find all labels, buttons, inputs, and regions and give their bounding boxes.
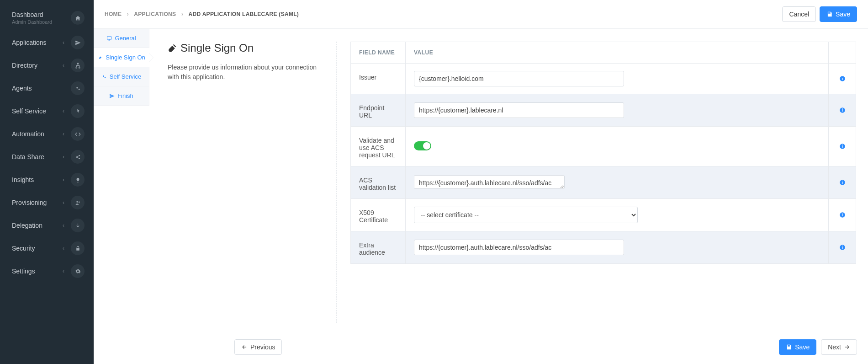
plug-icon	[168, 43, 177, 53]
config-table: FIELD NAME VALUE Issuer i	[350, 42, 856, 264]
chevron-right-icon: ›	[181, 11, 183, 17]
save-button[interactable]: Save	[820, 6, 857, 22]
sidebar-item-automation[interactable]: Automation ‹	[0, 123, 94, 145]
code-icon	[71, 127, 85, 141]
textarea-acs[interactable]: https://{customer}.auth.lablecare.nl/sso…	[414, 175, 565, 189]
main: HOME › APPLICATIONS › ADD APPLICATION LA…	[94, 0, 868, 364]
sidebar-item-insights[interactable]: Insights ‹	[0, 168, 94, 191]
gear-icon	[71, 264, 85, 278]
plug-icon	[97, 55, 103, 60]
cancel-button[interactable]: Cancel	[782, 6, 816, 22]
sidebar-item-delegation[interactable]: Delegation ‹	[0, 214, 94, 237]
input-endpoint[interactable]	[414, 102, 624, 118]
info-icon[interactable]: i	[839, 179, 846, 186]
label-endpoint: Endpoint URL	[351, 94, 406, 127]
step-finish[interactable]: Finish	[94, 86, 149, 106]
label-acs: ACS validation list	[351, 166, 406, 199]
sidebar-item-settings[interactable]: Settings ‹	[0, 260, 94, 283]
arrow-right-icon	[844, 344, 850, 350]
step-selfservice[interactable]: Self Service	[94, 67, 149, 86]
panel-right: FIELD NAME VALUE Issuer i	[350, 42, 856, 323]
svg-point-6	[78, 201, 79, 203]
th-info	[829, 42, 856, 64]
crumb-home[interactable]: HOME	[105, 11, 122, 17]
arrow-left-icon	[241, 344, 248, 350]
svg-point-1	[78, 88, 79, 90]
svg-text:i: i	[842, 181, 842, 185]
svg-point-0	[76, 87, 78, 88]
page-title: Single Sign On	[168, 42, 323, 54]
svg-text:i: i	[842, 77, 842, 81]
row-issuer: Issuer i	[351, 64, 856, 94]
users-icon	[71, 196, 85, 209]
sidebar: Dashboard Admin Dashboard Applications ‹…	[0, 0, 94, 364]
info-icon[interactable]: i	[839, 211, 846, 219]
select-x509[interactable]: -- select certificate --	[414, 207, 638, 223]
chevron-left-icon: ‹	[63, 39, 64, 46]
svg-rect-7	[107, 37, 111, 39]
cogs-icon	[71, 81, 85, 95]
info-icon[interactable]: i	[839, 143, 846, 150]
chevron-left-icon: ‹	[63, 131, 64, 137]
breadcrumb: HOME › APPLICATIONS › ADD APPLICATION LA…	[105, 11, 782, 17]
sidebar-item-applications[interactable]: Applications ‹	[0, 31, 94, 54]
input-extra[interactable]	[414, 240, 624, 255]
row-x509: X509 Certificate -- select certificate -…	[351, 199, 856, 231]
sidebar-item-selfservice[interactable]: Self Service ‹	[0, 100, 94, 123]
input-issuer[interactable]	[414, 71, 624, 86]
svg-text:i: i	[842, 108, 842, 112]
crumb-current: ADD APPLICATION LABLECARE (SAML)	[189, 11, 299, 17]
chevron-left-icon: ‹	[63, 245, 64, 252]
wizard-steps: General Single Sign On Self Service Fini…	[94, 29, 149, 364]
panel-left: Single Sign On Please provide us informa…	[168, 42, 337, 323]
step-sso[interactable]: Single Sign On	[94, 48, 149, 67]
sidebar-item-provisioning[interactable]: Provisioning ‹	[0, 191, 94, 214]
sidebar-item-dashboard[interactable]: Dashboard Admin Dashboard	[0, 9, 94, 31]
send-icon	[109, 93, 115, 99]
step-general[interactable]: General	[94, 29, 149, 48]
sidebar-item-datashare[interactable]: Data Share ‹	[0, 145, 94, 168]
previous-button[interactable]: Previous	[234, 339, 282, 355]
crumb-applications[interactable]: APPLICATIONS	[134, 11, 176, 17]
next-button[interactable]: Next	[821, 339, 857, 355]
chevron-right-icon: ›	[127, 11, 129, 17]
pointer-icon	[71, 104, 85, 118]
monitor-icon	[106, 36, 112, 41]
info-icon[interactable]: i	[839, 75, 846, 82]
th-value: VALUE	[406, 42, 829, 64]
topbar: HOME › APPLICATIONS › ADD APPLICATION LA…	[94, 0, 868, 29]
svg-text:i: i	[842, 145, 842, 149]
save-button-footer[interactable]: Save	[779, 339, 816, 355]
row-acs: ACS validation list https://{customer}.a…	[351, 166, 856, 199]
content: General Single Sign On Self Service Fini…	[94, 29, 868, 364]
row-endpoint: Endpoint URL i	[351, 94, 856, 127]
row-validate: Validate and use ACS request URL i	[351, 127, 856, 166]
info-icon[interactable]: i	[839, 244, 846, 251]
sidebar-item-directory[interactable]: Directory ‹	[0, 54, 94, 77]
share-icon	[71, 150, 85, 164]
label-x509: X509 Certificate	[351, 199, 406, 231]
send-icon	[71, 36, 85, 49]
info-icon[interactable]: i	[839, 107, 846, 114]
svg-point-5	[76, 201, 78, 202]
chevron-left-icon: ‹	[63, 268, 64, 274]
lock-icon	[71, 241, 85, 255]
sidebar-item-security[interactable]: Security ‹	[0, 237, 94, 260]
svg-point-9	[105, 77, 106, 78]
page-description: Please provide us information about your…	[168, 63, 323, 82]
arrow-down-icon	[71, 219, 85, 232]
chevron-left-icon: ‹	[63, 154, 64, 160]
dashboard-sublabel: Admin Dashboard	[12, 19, 71, 25]
label-issuer: Issuer	[351, 64, 406, 94]
svg-point-8	[103, 75, 104, 77]
cogs-icon	[101, 74, 107, 80]
chevron-left-icon: ‹	[63, 199, 64, 206]
chevron-left-icon: ‹	[63, 177, 64, 183]
sidebar-item-agents[interactable]: Agents ‹	[0, 77, 94, 100]
toggle-validate[interactable]	[414, 141, 431, 150]
save-icon	[786, 344, 792, 350]
panel: Single Sign On Please provide us informa…	[149, 29, 868, 332]
save-icon	[826, 11, 833, 17]
bulb-icon	[71, 173, 85, 187]
label-extra: Extra audience	[351, 231, 406, 264]
